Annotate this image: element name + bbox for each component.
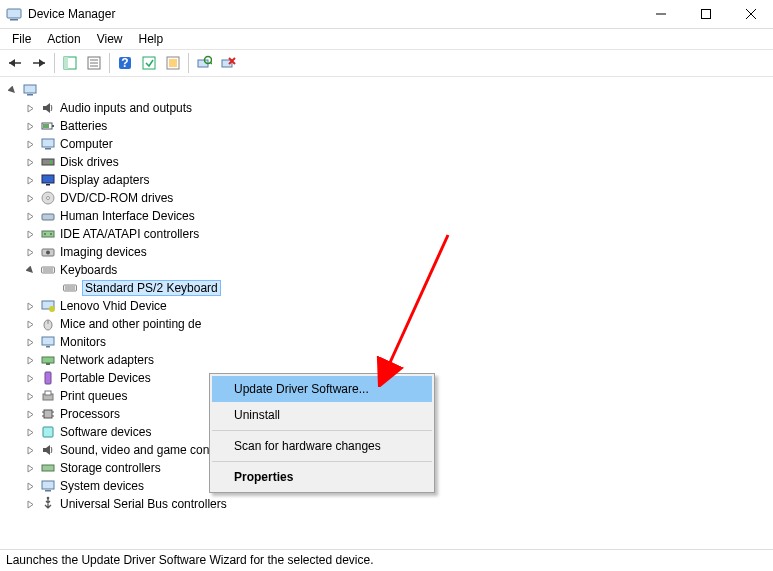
svg-rect-69 [45, 490, 51, 492]
expand-icon[interactable] [24, 462, 36, 474]
context-menu: Update Driver Software... Uninstall Scan… [209, 373, 435, 493]
tree-category-row[interactable]: Computer [6, 135, 773, 153]
expand-icon[interactable] [24, 210, 36, 222]
svg-point-37 [47, 197, 50, 200]
tree-category-row[interactable]: Network adapters [6, 351, 773, 369]
svg-rect-1 [10, 19, 18, 21]
expand-icon[interactable] [24, 228, 36, 240]
toolbar-separator [188, 53, 189, 73]
tree-category-row[interactable]: Monitors [6, 333, 773, 351]
scan-hardware-button[interactable] [193, 52, 215, 74]
spacer [46, 282, 58, 294]
menubar: File Action View Help [0, 29, 773, 49]
svg-rect-0 [7, 9, 21, 18]
expand-icon[interactable] [24, 102, 36, 114]
expand-icon[interactable] [24, 318, 36, 330]
tree-category-label: Portable Devices [60, 371, 151, 385]
expand-icon[interactable] [24, 336, 36, 348]
expand-icon[interactable] [24, 300, 36, 312]
device-icon [62, 280, 78, 296]
device-tree[interactable]: Audio inputs and outputsBatteriesCompute… [0, 77, 773, 549]
expand-icon[interactable] [24, 372, 36, 384]
tree-category-label: Processors [60, 407, 120, 421]
tree-category-row[interactable]: Lenovo Vhid Device [6, 297, 773, 315]
tree-device-row[interactable]: Standard PS/2 Keyboard [6, 279, 773, 297]
menu-file[interactable]: File [4, 30, 39, 48]
tree-category-row[interactable]: Human Interface Devices [6, 207, 773, 225]
category-icon [40, 388, 56, 404]
category-icon [40, 370, 56, 386]
expand-icon[interactable] [24, 498, 36, 510]
tree-root-row[interactable] [6, 81, 773, 99]
svg-rect-30 [42, 139, 54, 147]
svg-rect-26 [27, 94, 33, 96]
uninstall-button[interactable] [217, 52, 239, 74]
tree-category-row[interactable]: Universal Serial Bus controllers [6, 495, 773, 513]
menu-view[interactable]: View [89, 30, 131, 48]
context-menu-separator [212, 461, 432, 462]
context-menu-properties[interactable]: Properties [212, 464, 432, 490]
tree-category-row[interactable]: IDE ATA/ATAPI controllers [6, 225, 773, 243]
action-list-button[interactable] [138, 52, 160, 74]
expand-icon[interactable] [24, 120, 36, 132]
expand-icon[interactable] [24, 354, 36, 366]
tree-category-row[interactable]: Keyboards [6, 261, 773, 279]
forward-button[interactable] [28, 52, 50, 74]
help-button[interactable]: ? [114, 52, 136, 74]
tree-device-label: Standard PS/2 Keyboard [82, 280, 221, 296]
svg-point-41 [50, 233, 52, 235]
tree-category-row[interactable]: Display adapters [6, 171, 773, 189]
tree-category-label: Network adapters [60, 353, 154, 367]
minimize-button[interactable] [638, 0, 683, 29]
expand-icon[interactable] [24, 174, 36, 186]
context-menu-separator [212, 430, 432, 431]
tree-category-row[interactable]: DVD/CD-ROM drives [6, 189, 773, 207]
menu-action[interactable]: Action [39, 30, 88, 48]
properties-button[interactable] [83, 52, 105, 74]
tree-category-label: Monitors [60, 335, 106, 349]
tree-category-label: Disk drives [60, 155, 119, 169]
svg-rect-31 [45, 148, 51, 150]
category-icon [40, 316, 56, 332]
context-menu-update-driver[interactable]: Update Driver Software... [212, 376, 432, 402]
expand-icon[interactable] [24, 138, 36, 150]
show-hidden-button[interactable] [162, 52, 184, 74]
svg-point-40 [44, 233, 46, 235]
svg-rect-25 [24, 85, 36, 93]
show-hide-console-tree-button[interactable] [59, 52, 81, 74]
tree-category-row[interactable]: Imaging devices [6, 243, 773, 261]
svg-rect-56 [42, 357, 54, 363]
expand-icon[interactable] [24, 192, 36, 204]
maximize-button[interactable] [683, 0, 728, 29]
tree-category-label: System devices [60, 479, 144, 493]
tree-category-label: IDE ATA/ATAPI controllers [60, 227, 199, 241]
tree-category-row[interactable]: Batteries [6, 117, 773, 135]
expand-icon[interactable] [24, 246, 36, 258]
expand-icon[interactable] [24, 390, 36, 402]
svg-rect-32 [42, 159, 54, 165]
back-button[interactable] [4, 52, 26, 74]
expand-icon[interactable] [24, 408, 36, 420]
expand-icon[interactable] [24, 426, 36, 438]
svg-rect-47 [64, 285, 77, 291]
menu-help[interactable]: Help [131, 30, 172, 48]
tree-category-label: Storage controllers [60, 461, 161, 475]
tree-category-row[interactable]: Mice and other pointing de [6, 315, 773, 333]
tree-category-label: Batteries [60, 119, 107, 133]
titlebar: Device Manager [0, 0, 773, 29]
expand-icon[interactable] [24, 156, 36, 168]
category-icon [40, 118, 56, 134]
svg-rect-39 [42, 231, 54, 237]
category-icon [40, 406, 56, 422]
tree-category-row[interactable]: Disk drives [6, 153, 773, 171]
collapse-icon[interactable] [6, 84, 18, 96]
expand-icon[interactable] [24, 480, 36, 492]
expand-icon[interactable] [24, 444, 36, 456]
context-menu-uninstall[interactable]: Uninstall [212, 402, 432, 428]
context-menu-scan[interactable]: Scan for hardware changes [212, 433, 432, 459]
tree-category-row[interactable]: Audio inputs and outputs [6, 99, 773, 117]
window-title: Device Manager [28, 7, 638, 21]
svg-rect-28 [52, 125, 54, 127]
close-button[interactable] [728, 0, 773, 29]
collapse-icon[interactable] [24, 264, 36, 276]
